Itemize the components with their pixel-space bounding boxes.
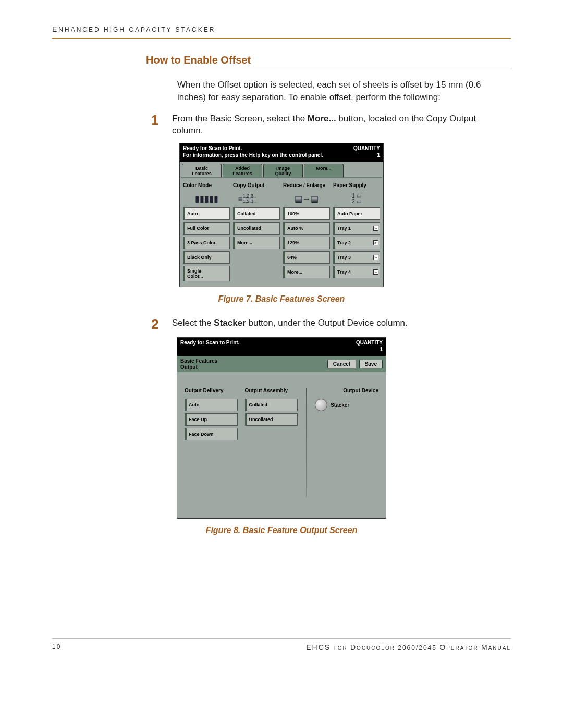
output-title-line1: Basic Features: [180, 358, 217, 364]
step-2-bold: Stacker: [214, 318, 246, 328]
chevron-icon: ▹: [373, 226, 378, 231]
tab-image-quality[interactable]: Image Quality: [263, 164, 303, 177]
running-header-text: NHANCED HIGH CAPACITY STACKER: [58, 26, 215, 33]
col-color-mode: Color Mode ▮▮▮▮▮ Auto Full Color 3 Pass …: [183, 182, 230, 281]
chevron-icon: ▹: [373, 269, 378, 275]
output-titlebar: Basic Features Output Cancel Save: [177, 356, 386, 372]
copy-output-icon: ▤ 1,2,3.. 1,2,3..: [233, 192, 280, 205]
copy-output-title: Copy Output: [233, 182, 280, 188]
figure-7-caption: Figure 7. Basic Features Screen: [52, 294, 511, 304]
step-2-post: button, under the Output Device column.: [246, 318, 408, 328]
step-2: 2 Select the Stacker button, under the O…: [151, 317, 490, 331]
color-mode-single[interactable]: Single Color...: [183, 266, 230, 281]
section-heading: How to Enable Offset: [146, 54, 511, 69]
copy-output-more[interactable]: More...: [233, 237, 280, 249]
color-mode-full[interactable]: Full Color: [183, 222, 230, 235]
copy-output-uncollated[interactable]: Uncollated: [233, 222, 280, 235]
color-mode-title: Color Mode: [183, 182, 230, 188]
col-output-device: Output Device Stacker: [315, 388, 378, 497]
status-line1: Ready for Scan to Print.: [183, 145, 323, 152]
tab-more[interactable]: More...: [304, 164, 344, 177]
tabs-row: Basic Features Added Features Image Qual…: [180, 162, 383, 177]
col-paper-supply: Paper Supply 1 ▭2 ▭ Auto Paper Tray 1▹ T…: [333, 182, 380, 281]
vertical-divider: [306, 388, 307, 497]
stacker-option[interactable]: Stacker: [315, 399, 378, 411]
delivery-face-up[interactable]: Face Up: [185, 413, 238, 426]
col-reduce-enlarge: Reduce / Enlarge ▤→▤ 100% Auto % 129% 64…: [283, 182, 330, 281]
assembly-uncollated[interactable]: Uncollated: [245, 413, 298, 426]
step-2-number: 2: [151, 317, 172, 331]
col-output-delivery: Output Delivery Auto Face Up Face Down: [185, 388, 238, 497]
radio-icon: [315, 399, 327, 411]
reduce-more[interactable]: More...: [283, 266, 330, 278]
status-bar-2: Ready for Scan to Print. QUANTITY 1: [177, 338, 386, 356]
paper-supply-icon: 1 ▭2 ▭: [333, 192, 380, 205]
quantity-value-s2: 1: [356, 347, 383, 353]
step-1-text: From the Basic Screen, select the More..…: [172, 113, 490, 137]
step-2-pre: Select the: [172, 318, 214, 328]
figure-8-caption: Figure 8. Basic Feature Output Screen: [52, 526, 511, 535]
step-2-text: Select the Stacker button, under the Out…: [172, 317, 408, 329]
paper-tray3[interactable]: Tray 3▹: [333, 251, 380, 264]
quantity-label-s2: QUANTITY: [356, 340, 383, 347]
save-button[interactable]: Save: [359, 360, 383, 368]
page-number: 10: [52, 643, 61, 651]
color-mode-3pass[interactable]: 3 Pass Color: [183, 237, 230, 249]
color-mode-black[interactable]: Black Only: [183, 251, 230, 264]
quantity-value: 1: [353, 152, 380, 159]
reduce-enlarge-icon: ▤→▤: [283, 192, 330, 205]
figure-7-screenshot: Ready for Scan to Print. For information…: [179, 143, 384, 287]
col-output-assembly: Output Assembly Collated Uncollated: [245, 388, 298, 497]
output-title-line2: Output: [180, 364, 217, 371]
footer-title: EHCS FOR DOCUCOLOR 2060/2045 OPERATOR MA…: [306, 643, 511, 651]
output-delivery-title: Output Delivery: [185, 388, 238, 393]
step-1-pre: From the Basic Screen, select the: [172, 114, 308, 124]
output-assembly-title: Output Assembly: [245, 388, 298, 393]
quantity-label: QUANTITY: [353, 145, 380, 152]
paper-tray2[interactable]: Tray 2▹: [333, 237, 380, 249]
delivery-face-down[interactable]: Face Down: [185, 428, 238, 440]
figure-8-screenshot: Ready for Scan to Print. QUANTITY 1 Basi…: [177, 337, 386, 519]
reduce-enlarge-title: Reduce / Enlarge: [283, 182, 330, 188]
status-line2: For information, press the Help key on t…: [183, 152, 323, 159]
step-1-number: 1: [151, 113, 172, 127]
paper-tray4[interactable]: Tray 4▹: [333, 266, 380, 278]
copy-output-collated[interactable]: Collated: [233, 207, 280, 220]
reduce-129[interactable]: 129%: [283, 237, 330, 249]
page-footer: 10 EHCS FOR DOCUCOLOR 2060/2045 OPERATOR…: [52, 638, 511, 651]
assembly-collated[interactable]: Collated: [245, 399, 298, 411]
step-1-bold: More...: [308, 114, 336, 124]
paper-supply-title: Paper Supply: [333, 182, 380, 188]
stacker-label: Stacker: [331, 402, 349, 408]
col-copy-output: Copy Output ▤ 1,2,3.. 1,2,3.. Collated U…: [233, 182, 280, 281]
paper-auto[interactable]: Auto Paper: [333, 207, 380, 220]
chevron-icon: ▹: [373, 240, 378, 245]
color-mode-auto[interactable]: Auto: [183, 207, 230, 220]
output-device-title: Output Device: [315, 388, 378, 393]
status-bar-1: Ready for Scan to Print. For information…: [180, 143, 383, 162]
reduce-100[interactable]: 100%: [283, 207, 330, 220]
intro-paragraph: When the Offset option is selected, each…: [177, 79, 490, 104]
reduce-64[interactable]: 64%: [283, 251, 330, 264]
running-header: ENHANCED HIGH CAPACITY STACKER: [52, 25, 511, 39]
status-line1-s2: Ready for Scan to Print.: [180, 340, 239, 347]
step-1: 1 From the Basic Screen, select the More…: [151, 113, 490, 137]
reduce-auto[interactable]: Auto %: [283, 222, 330, 235]
chevron-icon: ▹: [373, 255, 378, 260]
delivery-auto[interactable]: Auto: [185, 399, 238, 411]
cancel-button[interactable]: Cancel: [327, 360, 356, 368]
tab-basic-features[interactable]: Basic Features: [182, 164, 222, 177]
paper-tray1[interactable]: Tray 1▹: [333, 222, 380, 235]
color-mode-icon: ▮▮▮▮▮: [183, 192, 230, 205]
tab-added-features[interactable]: Added Features: [223, 164, 262, 177]
